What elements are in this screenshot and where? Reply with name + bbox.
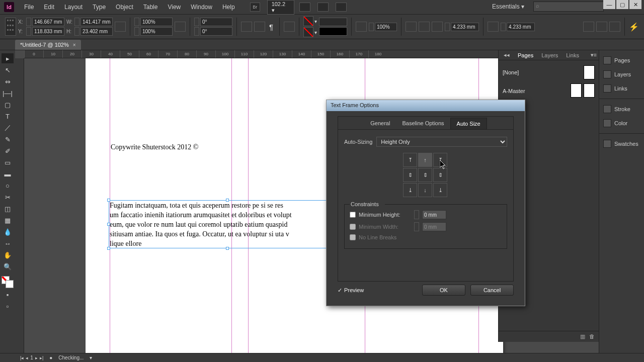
- scale-x-field[interactable]: [140, 18, 173, 26]
- last-page-icon[interactable]: ▸|: [40, 355, 43, 360]
- free-transform-tool[interactable]: ◫: [2, 204, 14, 214]
- apply-color-icon[interactable]: ▪: [2, 290, 14, 300]
- quick-apply-icon[interactable]: ⚡: [629, 22, 639, 32]
- cancel-button[interactable]: Cancel: [470, 285, 514, 296]
- menu-object[interactable]: Object: [111, 2, 138, 13]
- rotate-cw-icon[interactable]: [254, 22, 265, 32]
- preview-check-icon[interactable]: ✓: [338, 287, 342, 294]
- maximize-button[interactable]: ▢: [616, 0, 628, 9]
- master-none[interactable]: [None]: [503, 69, 519, 75]
- auto-sizing-select[interactable]: Height Only: [376, 137, 507, 147]
- zoom-level[interactable]: 102.2 ▾: [267, 0, 294, 15]
- stroke-swatch[interactable]: [303, 27, 313, 37]
- collapsed-pages[interactable]: Pages: [599, 53, 644, 67]
- fill-swatch[interactable]: [303, 16, 313, 26]
- minimize-button[interactable]: —: [603, 0, 615, 9]
- pen-tool[interactable]: ✎: [2, 134, 14, 144]
- search-input[interactable]: [533, 2, 604, 12]
- menu-table[interactable]: Table: [138, 2, 163, 13]
- min-height-field[interactable]: [422, 210, 446, 219]
- document-tab[interactable]: *Untitled-7 @ 102% ×: [15, 40, 81, 50]
- scale-y-field[interactable]: [140, 27, 173, 36]
- page-number[interactable]: 1: [30, 355, 33, 360]
- corner-options-icon[interactable]: [488, 22, 499, 32]
- new-page-icon[interactable]: ▥: [580, 333, 585, 340]
- menu-file[interactable]: File: [19, 2, 39, 13]
- hand-tool[interactable]: ✋: [2, 250, 14, 260]
- gap-tool[interactable]: |—|: [2, 88, 14, 98]
- wrap-bbox-icon[interactable]: [419, 22, 430, 32]
- pencil-tool[interactable]: ✐: [2, 146, 14, 156]
- workspace-switcher[interactable]: Essentials ▾: [488, 2, 528, 11]
- wrap-offset-field[interactable]: [451, 23, 479, 31]
- direct-selection-tool[interactable]: ↖: [2, 65, 14, 75]
- h-field[interactable]: [80, 27, 113, 36]
- flip-h-icon[interactable]: [284, 22, 295, 32]
- scissors-tool[interactable]: ✂: [2, 192, 14, 202]
- arrange-icon[interactable]: [336, 3, 347, 12]
- fit-frame-icon[interactable]: [609, 22, 620, 32]
- preflight-status[interactable]: Checking...: [58, 355, 84, 360]
- measure-tool[interactable]: ↔: [2, 238, 14, 248]
- fill-stroke-swatches[interactable]: [2, 276, 14, 288]
- collapsed-swatches[interactable]: Swatches: [599, 137, 644, 151]
- pages-tab[interactable]: Pages: [515, 51, 536, 59]
- preview-label[interactable]: Preview: [344, 287, 364, 293]
- delete-page-icon[interactable]: 🗑: [589, 333, 595, 340]
- shear-field[interactable]: [200, 27, 232, 36]
- menu-edit[interactable]: Edit: [39, 2, 59, 13]
- constrain-scale-icon[interactable]: [175, 22, 186, 32]
- stroke-style-field[interactable]: [319, 27, 347, 36]
- layers-tab[interactable]: Layers: [538, 51, 561, 59]
- paragraph-icon[interactable]: ¶: [269, 23, 273, 31]
- line-tool[interactable]: ／: [2, 123, 14, 133]
- master-a[interactable]: A-Master: [503, 88, 525, 94]
- stroke-weight-field[interactable]: [319, 18, 347, 26]
- menu-view[interactable]: View: [163, 2, 186, 13]
- ellipse-tool[interactable]: ○: [2, 180, 14, 191]
- rotate-field[interactable]: [200, 18, 232, 26]
- screen-mode-icon[interactable]: [317, 3, 329, 12]
- dialog-tab-baseline[interactable]: Baseline Options: [396, 118, 450, 129]
- links-tab[interactable]: Links: [563, 51, 582, 59]
- collapsed-color[interactable]: Color: [599, 116, 644, 130]
- view-mode-icon[interactable]: ▫: [2, 301, 14, 311]
- menu-layout[interactable]: Layout: [59, 2, 88, 13]
- zoom-tool[interactable]: 🔍: [2, 261, 14, 272]
- type-tool[interactable]: T: [2, 111, 14, 121]
- menu-window[interactable]: Window: [186, 2, 217, 13]
- rotate-ccw-icon[interactable]: [241, 22, 252, 32]
- prev-page-icon[interactable]: ◂: [26, 355, 28, 360]
- corner-field[interactable]: [507, 23, 535, 31]
- align-icon[interactable]: [583, 22, 594, 32]
- fx-icon[interactable]: [356, 22, 367, 32]
- page-tool[interactable]: ⇔: [2, 76, 14, 86]
- next-page-icon[interactable]: ▸: [35, 355, 38, 360]
- reference-point-grid[interactable]: [5, 18, 16, 36]
- ok-button[interactable]: OK: [422, 285, 465, 296]
- view-options-icon[interactable]: [299, 3, 310, 12]
- dialog-tab-autosize[interactable]: Auto Size: [450, 118, 487, 129]
- content-collector-tool[interactable]: ▢: [2, 100, 14, 110]
- menu-help[interactable]: Help: [217, 2, 240, 13]
- collapsed-layers[interactable]: Layers: [599, 67, 644, 81]
- wrap-none-icon[interactable]: [406, 22, 417, 32]
- distribute-icon[interactable]: [596, 22, 607, 32]
- wrap-shape-icon[interactable]: [432, 22, 443, 32]
- eyedropper-tool[interactable]: 💧: [2, 227, 14, 237]
- opacity-field[interactable]: [375, 23, 397, 31]
- x-field[interactable]: [32, 18, 64, 26]
- reference-anchor-grid[interactable]: ⤒↑⤒ ⇕⇕⇕ ⤓↓⤓: [403, 153, 448, 197]
- close-button[interactable]: ✕: [629, 0, 641, 9]
- bridge-button[interactable]: Br: [250, 3, 260, 12]
- gradient-swatch-tool[interactable]: ▦: [2, 215, 14, 225]
- menu-type[interactable]: Type: [88, 2, 111, 13]
- min-height-checkbox[interactable]: [350, 212, 356, 218]
- w-field[interactable]: [80, 18, 113, 26]
- first-page-icon[interactable]: |◂: [20, 355, 24, 360]
- none-thumb[interactable]: [584, 65, 595, 79]
- constrain-wh-icon[interactable]: [115, 22, 126, 32]
- collapsed-stroke[interactable]: Stroke: [599, 102, 644, 116]
- rectangle-tool[interactable]: ▬: [2, 169, 14, 179]
- dialog-tab-general[interactable]: General: [364, 118, 396, 129]
